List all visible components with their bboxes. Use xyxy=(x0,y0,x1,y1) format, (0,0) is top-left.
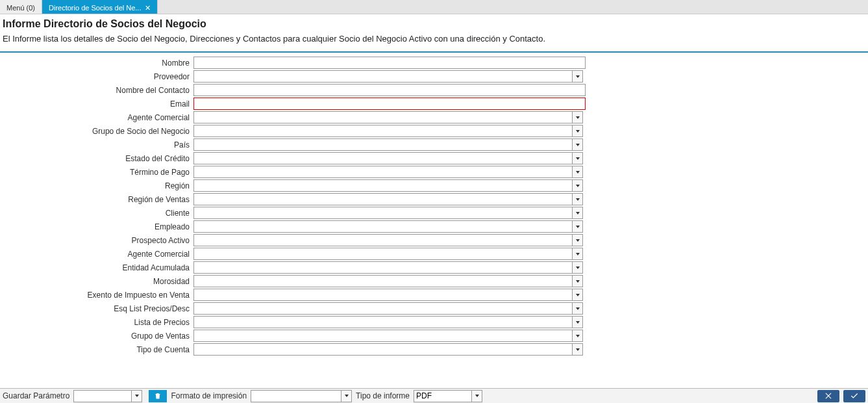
field-input-wrap xyxy=(193,207,583,219)
form-area: NombreProveedorNombre del ContactoEmailA… xyxy=(0,53,868,388)
field-label: Grupo de Socio del Negocio xyxy=(0,127,193,136)
field-label: Tipo de Cuenta xyxy=(0,345,193,354)
field-input[interactable] xyxy=(193,98,586,110)
chevron-down-icon[interactable] xyxy=(573,179,583,192)
field-label: Nombre del Contacto xyxy=(0,86,193,95)
footer-toolbar: Guardar Parámetro Formato de impresión T… xyxy=(0,388,868,403)
print-format-label: Formato de impresión xyxy=(171,391,247,400)
field-input[interactable] xyxy=(193,207,573,219)
field-input[interactable] xyxy=(193,289,573,301)
field-input[interactable] xyxy=(193,275,573,287)
field-input-wrap xyxy=(193,343,583,356)
chevron-down-icon[interactable] xyxy=(573,125,583,137)
ok-button[interactable] xyxy=(843,390,865,402)
report-type-input[interactable] xyxy=(414,390,472,402)
field-input[interactable] xyxy=(193,111,573,124)
field-input-wrap xyxy=(193,220,583,233)
field-label: Exento de Impuesto en Venta xyxy=(0,291,193,300)
chevron-down-icon[interactable] xyxy=(573,330,583,342)
page-description: El Informe lista los detalles de Socio d… xyxy=(0,31,868,53)
field-input[interactable] xyxy=(193,138,573,151)
save-parameter-dropdown-button[interactable] xyxy=(132,390,142,402)
close-icon[interactable]: ✕ xyxy=(145,4,151,12)
field-row: Cliente xyxy=(0,207,868,219)
chevron-down-icon[interactable] xyxy=(573,152,583,164)
delete-parameter-button[interactable] xyxy=(149,390,167,402)
field-row: Nombre del Contacto xyxy=(0,84,868,96)
action-buttons xyxy=(817,390,865,402)
print-format-input[interactable] xyxy=(251,390,341,402)
field-input[interactable] xyxy=(193,84,586,96)
field-label: Región xyxy=(0,181,193,190)
field-label: Nombre xyxy=(0,58,193,68)
field-input-wrap xyxy=(193,234,583,246)
chevron-down-icon[interactable] xyxy=(573,193,583,205)
field-label: Lista de Precios xyxy=(0,318,193,327)
report-type-label: Tipo de informe xyxy=(356,391,410,400)
chevron-down-icon[interactable] xyxy=(573,343,583,356)
chevron-down-icon[interactable] xyxy=(573,220,583,233)
field-row: Proveedor xyxy=(0,70,868,83)
chevron-down-icon[interactable] xyxy=(573,316,583,328)
field-input-wrap xyxy=(193,248,583,260)
print-format-dropdown-button[interactable] xyxy=(341,390,352,402)
chevron-down-icon[interactable] xyxy=(573,275,583,287)
field-row: País xyxy=(0,138,868,151)
field-input-wrap xyxy=(193,70,583,83)
report-type-dropdown-button[interactable] xyxy=(472,390,482,402)
field-input[interactable] xyxy=(193,220,573,233)
field-input-wrap xyxy=(193,261,583,274)
chevron-down-icon[interactable] xyxy=(573,207,583,219)
field-input-wrap xyxy=(193,179,583,192)
field-row: Tipo de Cuenta xyxy=(0,343,868,356)
tab-menu[interactable]: Menú (0) xyxy=(0,0,42,14)
field-input[interactable] xyxy=(193,57,586,69)
field-row: Email xyxy=(0,98,868,110)
field-input[interactable] xyxy=(193,152,573,164)
chevron-down-icon[interactable] xyxy=(573,138,583,151)
chevron-down-icon[interactable] xyxy=(573,111,583,124)
field-input[interactable] xyxy=(193,261,573,274)
top-tab-bar: Menú (0) Directorio de Socios del Ne... … xyxy=(0,0,868,14)
chevron-down-icon[interactable] xyxy=(573,302,583,315)
field-input[interactable] xyxy=(193,193,573,205)
chevron-down-icon[interactable] xyxy=(573,289,583,301)
field-label: Morosidad xyxy=(0,277,193,286)
field-row: Lista de Precios xyxy=(0,316,868,328)
chevron-down-icon[interactable] xyxy=(573,234,583,246)
field-input[interactable] xyxy=(193,70,573,83)
check-icon xyxy=(850,391,859,400)
field-input[interactable] xyxy=(193,234,573,246)
field-label: Email xyxy=(0,99,193,109)
field-input[interactable] xyxy=(193,179,573,192)
field-label: Región de Ventas xyxy=(0,195,193,204)
field-input[interactable] xyxy=(193,125,573,137)
field-input-wrap xyxy=(193,166,583,178)
field-input[interactable] xyxy=(193,248,573,260)
chevron-down-icon[interactable] xyxy=(573,248,583,260)
field-input-wrap xyxy=(193,57,586,69)
field-input-wrap xyxy=(193,193,583,205)
form-scroll-container[interactable]: NombreProveedorNombre del ContactoEmailA… xyxy=(0,53,868,388)
field-input-wrap xyxy=(193,138,583,151)
field-input[interactable] xyxy=(193,343,573,356)
field-label: Estado del Crédito xyxy=(0,154,193,163)
field-input[interactable] xyxy=(193,302,573,315)
field-label: Esq List Precios/Desc xyxy=(0,304,193,313)
page-title: Informe Directorio de Socios del Negocio xyxy=(0,14,868,31)
field-row: Esq List Precios/Desc xyxy=(0,302,868,315)
field-row: Morosidad xyxy=(0,275,868,287)
field-input-wrap xyxy=(193,84,586,96)
save-parameter-input[interactable] xyxy=(73,390,132,402)
chevron-down-icon[interactable] xyxy=(573,166,583,178)
chevron-down-icon[interactable] xyxy=(573,261,583,274)
chevron-down-icon[interactable] xyxy=(573,70,583,83)
field-row: Agente Comercial xyxy=(0,111,868,124)
cancel-button[interactable] xyxy=(817,390,839,402)
field-row: Grupo de Socio del Negocio xyxy=(0,125,868,137)
field-input[interactable] xyxy=(193,316,573,328)
field-input[interactable] xyxy=(193,166,573,178)
field-input[interactable] xyxy=(193,330,573,342)
tab-active-report[interactable]: Directorio de Socios del Ne... ✕ xyxy=(42,0,158,14)
tab-active-label: Directorio de Socios del Ne... xyxy=(49,4,141,12)
